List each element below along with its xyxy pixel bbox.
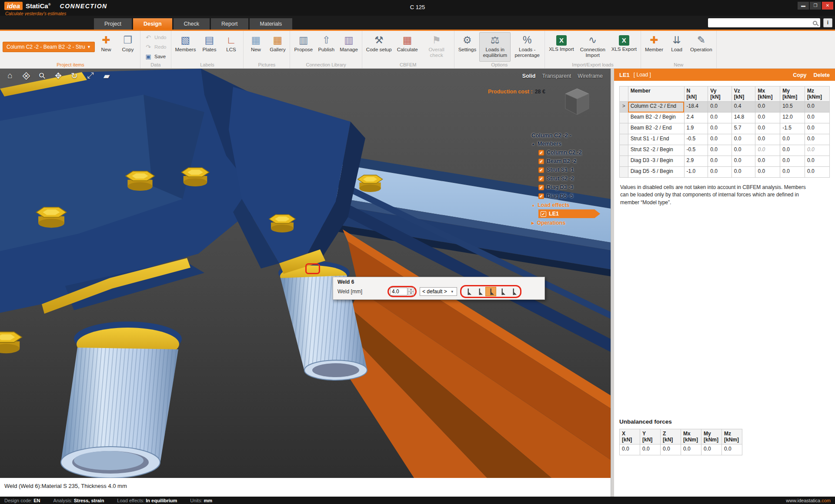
ribbon-group-cbfem: ⚒Code setup▦Calculate⚑Overall checkCBFEM [362, 31, 454, 68]
tree-section-members[interactable]: ▲Members [531, 141, 609, 147]
weld-default-select[interactable]: < default > ▼ [420, 287, 457, 296]
picture-gallery-button[interactable]: ▦Gallery [267, 32, 288, 62]
zoom-window-icon[interactable]: ⊞ [21, 71, 31, 81]
load-row[interactable]: Beam B2 -2 / End1.90.05.70.0-1.50.0 [620, 123, 830, 134]
code-setup-button[interactable]: ⚒Code setup [364, 32, 394, 62]
viewport-toolbar: ⌂⊞⚲✥↻⤢▰ [5, 71, 111, 81]
display-mode-wireframe[interactable]: Wireframe [578, 73, 603, 79]
double-fillet-weld-button[interactable] [474, 287, 485, 296]
checkbox-checked-icon[interactable]: ✓ [538, 176, 544, 182]
website-link[interactable]: www.ideastatica.com [786, 498, 831, 503]
column-header: X[kN] [620, 429, 640, 444]
display-mode-transparent[interactable]: Transparent [542, 73, 571, 79]
new-load-button[interactable]: ⇊Load [666, 32, 687, 62]
tab-project[interactable]: Project [94, 18, 132, 30]
checkbox-checked-icon[interactable]: ✓ [541, 211, 546, 217]
tab-design[interactable]: Design [133, 18, 172, 30]
connection-import-button[interactable]: ∿Connection Import [577, 32, 608, 62]
minimize-button[interactable]: ▬ [798, 2, 809, 10]
project-item-selector[interactable]: Column C2 -2 - Beam B2 -2 - Strut S▼ [3, 42, 95, 52]
load-row[interactable]: Beam B2 -2 / Begin2.40.014.80.012.00.0 [620, 113, 830, 123]
load-row[interactable]: Diag D5 -5 / Begin-1.00.00.00.00.00.0 [620, 167, 830, 178]
navigation-cube-icon[interactable] [564, 88, 591, 118]
checkbox-checked-icon[interactable]: ✓ [538, 167, 544, 173]
butt-weld-button[interactable] [508, 287, 519, 296]
xls-export-button[interactable]: XXLS Export [609, 32, 639, 62]
close-icon: ✕ [826, 3, 829, 8]
overall-check-button[interactable]: ⚑Overall check [421, 32, 452, 62]
close-button[interactable]: ✕ [822, 2, 833, 10]
settings-button[interactable]: ⚙Settings [456, 32, 479, 62]
tab-check[interactable]: Check [174, 18, 210, 30]
spinner-down-button[interactable]: ▼ [408, 292, 414, 295]
undo-button[interactable]: ↶Undo [143, 33, 168, 41]
loads-percentage-button[interactable]: %Loads - percentage [511, 32, 543, 62]
labels-lcs-button[interactable]: ∟LCS [220, 32, 241, 62]
save-button[interactable]: ▣Save [143, 53, 168, 60]
zoom-icon[interactable]: ⚲ [37, 71, 47, 81]
checkbox-checked-icon[interactable]: ✓ [538, 159, 544, 164]
delete-load-button[interactable]: Delete [813, 72, 830, 78]
tree-section-operations[interactable]: ▶Operations [531, 220, 609, 226]
tree-item-beam-b2-2[interactable]: ✓Beam B2 -2 [538, 157, 609, 166]
tree-item-strut-s1-1[interactable]: ✓Strut S1 -1 [538, 166, 609, 174]
info-button[interactable]: i [823, 18, 832, 27]
spinner-up-button[interactable]: ▲ [408, 288, 414, 292]
tree-item-diag-d3-3[interactable]: ✓Diag D3 -3 [538, 183, 609, 192]
home-icon[interactable]: ⌂ [5, 71, 15, 81]
3d-viewport[interactable]: ⌂⊞⚲✥↻⤢▰ SolidTransparentWireframe Produc… [0, 69, 611, 478]
panel-splitter[interactable] [611, 69, 614, 478]
search-box[interactable] [708, 18, 820, 27]
xls-import-button[interactable]: XXLS Import [547, 32, 576, 62]
redo-button[interactable]: ↷Redo [143, 43, 168, 51]
calculate-button[interactable]: ▦Calculate [395, 32, 420, 62]
labels-plates-button[interactable]: ▤Plates [199, 32, 220, 62]
tab-materials[interactable]: Materials [250, 18, 293, 30]
unbalanced-value: 0.0 [681, 444, 701, 455]
library-publish-button[interactable]: ⇧Publish [316, 32, 337, 62]
ribbon-group-label: Project items [3, 62, 138, 68]
fillet-weld-button[interactable] [463, 287, 474, 296]
expand-icon: ▶ [531, 221, 534, 225]
checkbox-checked-icon[interactable]: ✓ [538, 150, 544, 156]
tag-icon[interactable]: ▰ [102, 71, 111, 81]
tree-item-strut-s2-2[interactable]: ✓Strut S2 -2 [538, 174, 609, 183]
collapse-icon: ▲ [531, 203, 535, 207]
load-row[interactable]: Diag D3 -3 / Begin2.90.00.00.00.00.0 [620, 156, 830, 167]
pan-icon[interactable]: ✥ [53, 71, 63, 81]
maximize-button[interactable]: ❐ [810, 2, 821, 10]
checkbox-checked-icon[interactable]: ✓ [538, 185, 544, 190]
search-input[interactable] [711, 20, 813, 26]
library-manage-button[interactable]: ▥Manage [337, 32, 360, 62]
picture-new-button[interactable]: ▦New [245, 32, 266, 62]
chevron-down-icon: ▼ [87, 45, 91, 49]
column-header: Y[kN] [640, 429, 661, 444]
load-row[interactable]: >Column C2 -2 / End-18.40.00.40.010.50.0 [620, 102, 830, 113]
tree-item-le1[interactable]: ✓LE1 [538, 209, 600, 218]
display-mode-solid[interactable]: Solid [522, 73, 536, 79]
labels-members-button[interactable]: ▧Members [173, 32, 198, 62]
load-row[interactable]: Strut S1 -1 / End-0.50.00.00.00.00.0 [620, 134, 830, 145]
new-project-item-button[interactable]: ✚New [96, 32, 117, 62]
new-member-button[interactable]: ✚Member [643, 32, 665, 62]
tab-report[interactable]: Report [211, 18, 248, 30]
weld-size-input[interactable] [390, 288, 407, 295]
checkbox-checked-icon[interactable]: ✓ [538, 193, 544, 199]
copy-load-button[interactable]: Copy [793, 72, 806, 78]
tree-item-column-c2-2[interactable]: ✓Column C2 -2 [538, 148, 609, 157]
tree-item-diag-d5-5[interactable]: ✓Diag D5 -5 [538, 192, 609, 200]
loads-in-equilibrium-button[interactable]: ⚖Loads in equilibrium [479, 32, 511, 62]
selection-status-text: Weld (Weld 6):Material S 235, Thickness … [0, 478, 611, 497]
fillet-weld-rear-button[interactable] [485, 287, 496, 296]
fit-icon[interactable]: ⤢ [86, 71, 95, 81]
tree-section-load-effects[interactable]: ▲Load effects [531, 202, 609, 208]
search-icon[interactable] [813, 21, 817, 25]
ribbon-group-project-items: Column C2 -2 - Beam B2 -2 - Strut S▼✚New… [1, 31, 140, 68]
load-row[interactable]: Strut S2 -2 / Begin-0.50.00.00.00.00.0 [620, 145, 830, 156]
rotate-icon[interactable]: ↻ [70, 71, 79, 81]
copy-project-item-button[interactable]: ❐Copy [117, 32, 138, 62]
library-propose-button[interactable]: ▥Propose [292, 32, 315, 62]
library-publish-icon: ⇧ [322, 34, 331, 46]
new-operation-button[interactable]: ✎Operation [688, 32, 715, 62]
bevel-weld-button[interactable] [497, 287, 508, 296]
